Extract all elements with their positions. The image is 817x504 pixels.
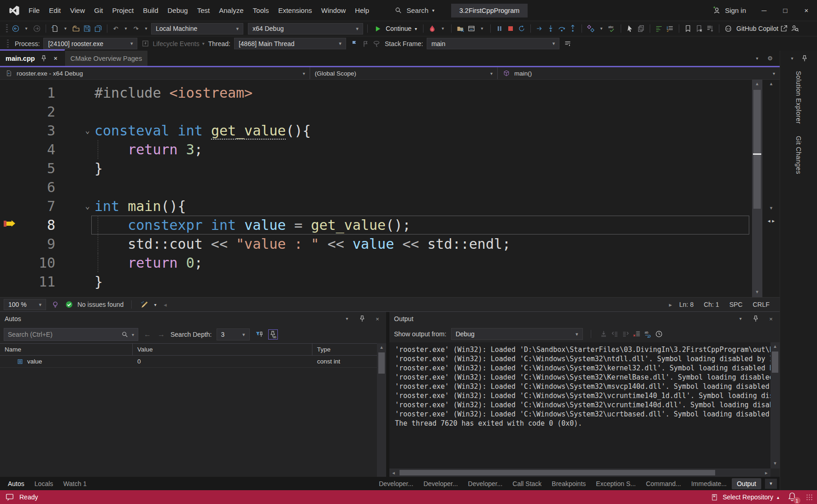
scroll-right-icon[interactable]: ▸ xyxy=(772,218,775,224)
word-wrap-icon[interactable]: ab xyxy=(643,329,652,339)
flame-icon[interactable] xyxy=(428,23,437,34)
editor-vertical-scrollbar[interactable]: ▴ ▾ xyxy=(752,80,762,297)
issues-indicator[interactable]: No issues found xyxy=(65,299,123,310)
resize-grip[interactable] xyxy=(806,494,812,500)
caret-icon[interactable]: ▾ xyxy=(122,23,130,34)
tool-window-tab-solution-explorer[interactable]: Solution Explorer xyxy=(795,68,802,127)
doc-copy-icon[interactable] xyxy=(636,23,646,34)
step-out-icon[interactable] xyxy=(568,23,577,34)
menu-help[interactable]: Help xyxy=(350,4,374,17)
close-icon[interactable]: × xyxy=(767,314,775,324)
scroll-left-icon[interactable]: ◂ xyxy=(389,469,398,477)
scrollbar-thumb[interactable] xyxy=(400,470,715,475)
stop-icon[interactable] xyxy=(506,23,515,34)
pointer-icon[interactable] xyxy=(625,23,635,34)
pin-icon[interactable] xyxy=(800,53,809,64)
save-icon[interactable] xyxy=(82,23,92,34)
scroll-left-icon[interactable]: ◂ xyxy=(768,218,770,224)
caret-icon[interactable]: ▾ xyxy=(597,23,605,34)
column-header-name[interactable]: Name xyxy=(0,344,133,355)
panel-tab-command-[interactable]: Command... xyxy=(641,478,686,489)
pin-icon[interactable] xyxy=(358,314,367,324)
panel-tab-call-stack[interactable]: Call Stack xyxy=(507,478,547,489)
new-file-icon[interactable] xyxy=(50,23,59,34)
caret-icon[interactable]: ▾ xyxy=(439,23,447,34)
menu-edit[interactable]: Edit xyxy=(44,4,65,17)
code-line-5[interactable]: 5} xyxy=(0,159,752,178)
code-editor[interactable]: 1#include <iostream>23⌄consteval int get… xyxy=(0,80,752,297)
scrollbar-thumb[interactable] xyxy=(378,352,385,374)
menu-build[interactable]: Build xyxy=(138,4,163,17)
close-icon[interactable]: × xyxy=(373,314,382,324)
autos-search-input[interactable]: Search (Ctrl+E) ▾ xyxy=(4,328,138,341)
debug-target-dropdown[interactable]: Local Machine ▾ xyxy=(151,23,243,35)
search-back-icon[interactable]: ← xyxy=(143,329,152,340)
github-copilot-button[interactable]: GitHub Copilot xyxy=(723,23,778,34)
stack-list-icon[interactable] xyxy=(563,39,572,49)
code-line-3[interactable]: 3⌄consteval int get_value(){ xyxy=(0,121,752,140)
funnel-pin-icon[interactable] xyxy=(254,329,264,340)
panel-tab-output[interactable]: Output xyxy=(732,478,761,489)
autos-vertical-scrollbar[interactable]: ▴ xyxy=(377,343,386,477)
line-ending-indicator[interactable]: CRLF xyxy=(752,301,770,308)
list-right-icon[interactable] xyxy=(621,329,630,339)
scroll-up-icon[interactable]: ▴ xyxy=(763,81,780,88)
flag-gray-icon[interactable] xyxy=(361,39,370,49)
close-button[interactable]: × xyxy=(796,0,817,21)
feedback-icon[interactable] xyxy=(5,492,15,502)
document-tab-cmake-overview-pages[interactable]: CMake Overview Pages xyxy=(65,51,148,66)
process-dropdown[interactable]: [24100] rooster.exe ▾ xyxy=(43,38,137,49)
output-log[interactable]: 'rooster.exe' (Win32): Loaded 'D:\Sandbo… xyxy=(389,342,770,469)
scroll-down-icon[interactable]: ▾ xyxy=(763,205,780,212)
file-search-icon[interactable] xyxy=(456,23,465,34)
tool-window-tab-git-changes[interactable]: Git Changes xyxy=(795,133,802,177)
code-line-2[interactable]: 2 xyxy=(0,102,752,121)
caret-icon[interactable]: ▾ xyxy=(753,53,761,64)
menu-debug[interactable]: Debug xyxy=(163,4,193,17)
menu-git[interactable]: Git xyxy=(89,4,107,17)
document-tab-main-cpp[interactable]: main.cpp× xyxy=(0,49,65,66)
fold-chevron-icon[interactable]: ⌄ xyxy=(55,197,94,216)
flag-blue-icon[interactable] xyxy=(350,39,359,49)
search-icon[interactable] xyxy=(121,329,129,340)
sign-in-button[interactable]: Sign in xyxy=(704,6,753,16)
caret-icon[interactable]: ▾ xyxy=(788,53,796,64)
panel-tab-autos[interactable]: Autos xyxy=(3,478,29,489)
code-line-4[interactable]: 4 return 3; xyxy=(0,140,752,159)
member-dropdown[interactable]: main() ▾ xyxy=(498,67,780,79)
code-line-1[interactable]: 1#include <iostream> xyxy=(0,83,752,102)
scroll-down-icon[interactable]: ▾ xyxy=(752,289,762,296)
panel-tab-locals[interactable]: Locals xyxy=(29,478,58,489)
step-into-icon[interactable] xyxy=(546,23,555,34)
pause-icon[interactable] xyxy=(495,23,504,34)
output-source-dropdown[interactable]: Debug ▾ xyxy=(451,328,583,340)
gear-icon[interactable]: ⚙ xyxy=(766,53,774,64)
project-dropdown[interactable]: rooster.exe - x64 Debug ▾ xyxy=(0,67,310,79)
code-cleanup-broom-icon[interactable] xyxy=(140,299,149,310)
forward-icon[interactable] xyxy=(32,23,41,34)
more-panels-icon[interactable]: ▾ xyxy=(765,479,777,489)
caret-icon[interactable]: ▾ xyxy=(478,23,486,34)
panel-tab-exception-s-[interactable]: Exception S... xyxy=(591,478,641,489)
lines-blue-icon[interactable]: 2 xyxy=(665,23,675,34)
clear-all-icon[interactable] xyxy=(632,329,641,339)
select-repository-button[interactable]: Select Repository ▴ xyxy=(710,492,779,502)
maximize-button[interactable]: □ xyxy=(775,0,796,21)
redo-icon[interactable]: ↷ xyxy=(132,23,140,34)
scroll-right-icon[interactable]: ▸ xyxy=(666,299,675,310)
close-icon[interactable]: × xyxy=(53,53,59,64)
scroll-left-icon[interactable]: ◂ xyxy=(161,299,169,310)
step-over-icon[interactable] xyxy=(557,23,566,34)
scroll-up-icon[interactable]: ▴ xyxy=(752,81,762,88)
clock-icon[interactable] xyxy=(654,329,664,339)
scope-dropdown[interactable]: (Global Scope) ▾ xyxy=(310,67,498,79)
save-all-icon[interactable] xyxy=(94,23,103,34)
column-header-type[interactable]: Type xyxy=(312,344,377,355)
notifications-button[interactable]: 1 xyxy=(788,492,798,502)
code-line-8[interactable]: 8 constexpr int value = get_value(); xyxy=(0,216,752,234)
autos-row[interactable]: value0const int xyxy=(0,356,377,368)
bookmark-list-icon[interactable] xyxy=(705,23,715,34)
menu-extensions[interactable]: Extensions xyxy=(274,4,317,17)
configuration-dropdown[interactable]: x64 Debug ▾ xyxy=(248,23,363,35)
caret-icon[interactable]: ▾ xyxy=(22,23,30,34)
